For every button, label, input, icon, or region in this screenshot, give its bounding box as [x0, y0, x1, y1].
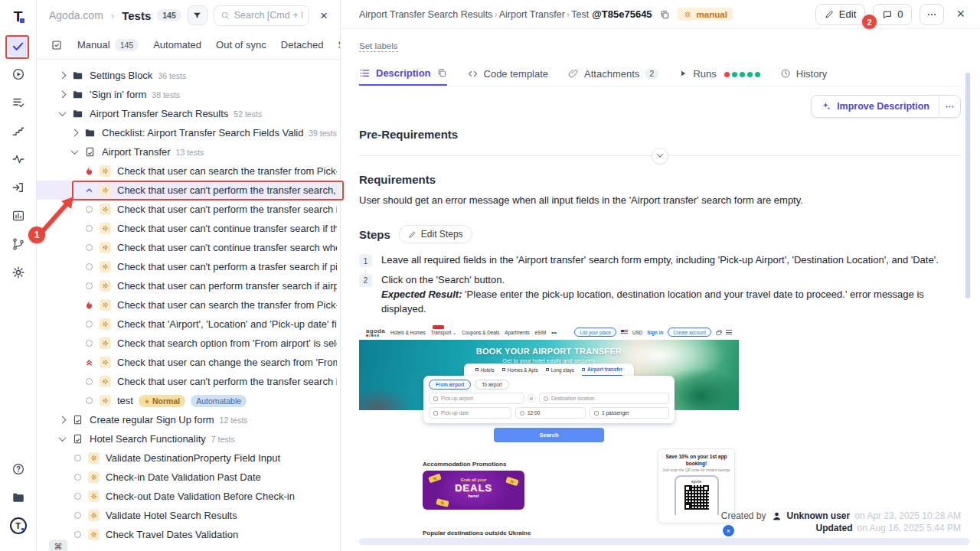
from-airport-toggle[interactable]: From airport — [429, 380, 471, 390]
breadcrumb-tests[interactable]: Tests — [122, 9, 151, 22]
sidebar-item-settings[interactable] — [8, 262, 29, 283]
tree-test-item[interactable]: Check that user can search the transfer … — [37, 161, 340, 181]
improve-more-button[interactable] — [939, 96, 960, 117]
pickup-airport-field[interactable]: Pick-up airport — [429, 393, 524, 404]
more-actions-button[interactable] — [920, 4, 944, 25]
tree-test-item[interactable]: Check that search option from 'From airp… — [37, 334, 340, 353]
edit-steps-button[interactable]: Edit Steps — [399, 225, 472, 243]
horizontal-scrollbar[interactable] — [359, 538, 969, 545]
sidebar-item-steps[interactable] — [8, 120, 29, 142]
tree-test-item[interactable]: Check that user can't perform a trasfer … — [37, 257, 340, 276]
close-detail-button[interactable]: × — [952, 6, 969, 22]
cart-icon[interactable] — [716, 331, 721, 335]
chevron-right-icon[interactable] — [59, 91, 67, 99]
comments-button[interactable]: 0 — [873, 4, 912, 25]
chevron-down-icon[interactable] — [71, 147, 79, 155]
create-account-button[interactable]: Create account — [668, 328, 711, 337]
tree-test-item[interactable]: testNormalAutomatable — [37, 391, 340, 410]
tree-test-item[interactable]: Check-out Date Validation Before Check-i… — [37, 487, 340, 506]
search-button[interactable]: Search — [494, 428, 604, 442]
agoda-nav-hotels[interactable]: Hotels & Homes — [390, 330, 426, 335]
tab-out-of-sync[interactable]: Out of sync — [216, 39, 266, 51]
agoda-nav-more[interactable]: ••• — [551, 330, 557, 335]
sidebar-item-import[interactable] — [8, 177, 29, 198]
tab-description[interactable]: Description — [359, 61, 447, 86]
tab-homes[interactable]: Homes & Apts — [502, 364, 538, 376]
search-input[interactable] — [234, 10, 302, 21]
tab-detached[interactable]: Detached — [281, 39, 324, 51]
tree-test-item[interactable]: Check-in Date Validation Past Date — [37, 468, 340, 487]
improve-description-button[interactable]: Improve Description — [811, 95, 961, 118]
bulk-select-icon[interactable] — [51, 39, 63, 51]
tab-long-stays[interactable]: Long stays — [546, 364, 574, 376]
deals-banner[interactable]: Grab all your DEALS here! % % % — [423, 471, 524, 510]
tree-test-item[interactable]: Validate Hotel Search Results — [37, 506, 340, 525]
chevron-right-icon[interactable] — [59, 416, 67, 424]
close-search-icon[interactable]: × — [315, 9, 332, 22]
tree-test-item[interactable]: Check Travel Dates Validation — [37, 525, 340, 544]
agoda-nav-coupons[interactable]: Coupons & Deals — [462, 330, 499, 335]
tree-test-item[interactable]: Validate DestinationProperty Field Input — [37, 448, 340, 468]
us-flag-icon[interactable] — [621, 330, 628, 334]
vertical-scrollbar[interactable] — [965, 73, 970, 298]
tree-test-item[interactable]: Check that user can perform transfer sea… — [37, 276, 340, 295]
tab-starred[interactable]: Starred — [338, 39, 340, 51]
tab-airport-transfer[interactable]: Airport transfer — [582, 364, 622, 376]
breadcrumb-subsuite[interactable]: Airport Transfer — [499, 9, 565, 20]
pickup-time-field[interactable]: 12:00 — [515, 407, 586, 419]
search-input-wrap[interactable] — [214, 5, 309, 26]
expand-pre-requirements-button[interactable] — [652, 148, 668, 165]
tab-history[interactable]: History — [780, 61, 827, 86]
menu-icon[interactable] — [726, 330, 732, 334]
tab-runs[interactable]: Runs — [678, 61, 760, 86]
tab-automated[interactable]: Automated — [153, 39, 201, 51]
list-your-place-button[interactable]: List your place — [574, 328, 616, 337]
tab-code-template[interactable]: Code template — [467, 61, 549, 86]
edit-button[interactable]: Edit — [815, 4, 865, 25]
tree-test-item[interactable]: Check that user can't continue transfer … — [37, 219, 340, 238]
tab-manual[interactable]: Manual145 — [77, 39, 139, 51]
sign-in-link[interactable]: Sign in — [647, 330, 663, 335]
passengers-field[interactable]: 1 passenger — [590, 407, 669, 419]
app-logo[interactable]: T — [14, 9, 23, 24]
chevron-right-icon[interactable] — [71, 129, 79, 137]
agoda-nav-esim[interactable]: eSIM — [535, 330, 547, 335]
tree-folder[interactable]: Checklist: Airport Transfer Search Field… — [37, 123, 340, 142]
tree-test-item-selected[interactable]: Check that user can't perform the transf… — [37, 181, 340, 200]
tree-test-item[interactable]: Check that user can change the search fr… — [37, 353, 340, 372]
sidebar-item-test-plans[interactable] — [8, 92, 29, 113]
tree-test-item[interactable]: Check that user can't perform the transf… — [37, 200, 340, 219]
tree-test-item[interactable]: Check that user can search the transfer … — [37, 295, 340, 315]
filter-button[interactable] — [188, 5, 207, 25]
sidebar-item-branches[interactable] — [8, 233, 29, 255]
sidebar-item-analytics[interactable] — [8, 148, 29, 170]
chevron-down-icon[interactable] — [59, 434, 67, 442]
sidebar-item-account[interactable]: T — [8, 515, 29, 536]
sidebar-item-reports[interactable] — [8, 205, 29, 227]
tree-suite[interactable]: Hotel Search Functionality7 tests — [37, 429, 340, 448]
tree-folder[interactable]: Settings Block36 tests — [37, 66, 340, 85]
tree-folder[interactable]: Airport Transfer Search Results52 tests — [37, 104, 340, 123]
chevron-right-icon[interactable] — [59, 72, 67, 80]
attached-screenshot[interactable]: agoda Hotels & Homes Transport ⌄ Coupons… — [359, 324, 739, 542]
to-airport-toggle[interactable]: To airport — [475, 380, 508, 390]
sidebar-item-runs[interactable] — [8, 64, 29, 85]
set-labels-link[interactable]: Set labels — [359, 41, 398, 52]
breadcrumb-suite[interactable]: Airport Transfer Search Results — [359, 9, 492, 20]
tree-test-item[interactable]: Check that 'Airport', 'Location' and 'Pi… — [37, 315, 340, 334]
copy-test-id-button[interactable] — [659, 9, 670, 20]
tab-attachments[interactable]: Attachments2 — [568, 61, 658, 86]
dismiss-qr-icon[interactable]: × — [723, 525, 734, 536]
sidebar-item-projects[interactable] — [8, 487, 29, 508]
sidebar-item-help[interactable] — [8, 458, 29, 480]
pickup-date-field[interactable]: Pick-up date — [429, 407, 511, 419]
agoda-nav-transport[interactable]: Transport ⌄ — [431, 330, 457, 335]
tree-suite[interactable]: Airport Transfer13 tests — [37, 142, 340, 161]
tree-test-item[interactable]: Check that user can't continue transfer … — [37, 238, 340, 257]
tree-suite[interactable]: Create regular Sign Up form12 tests — [37, 410, 340, 429]
agoda-nav-apartments[interactable]: Apartments — [505, 330, 529, 335]
sidebar-item-tests[interactable] — [8, 35, 29, 57]
breadcrumb-project[interactable]: Agoda.com — [49, 9, 103, 21]
command-shortcut-icon[interactable]: ⌘ — [49, 540, 67, 551]
tree-folder[interactable]: 'Sign in' form38 tests — [37, 85, 340, 104]
